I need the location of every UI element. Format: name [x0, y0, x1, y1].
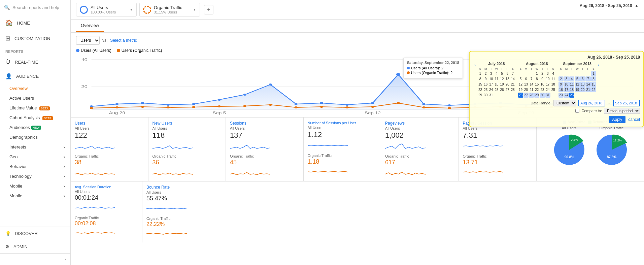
svg-point-18	[396, 73, 400, 76]
gear-icon: ⚙	[5, 244, 9, 249]
organic-traffic-pie-chart: 87.8% 12.2%	[593, 131, 630, 168]
svg-point-7	[115, 103, 118, 105]
sidebar-item-behavior[interactable]: Technology ›	[0, 171, 70, 181]
sessions-all-label: All Users	[230, 126, 299, 130]
cal-prev-button[interactable]: ‹	[473, 62, 477, 68]
date-from-input[interactable]	[578, 100, 605, 106]
new-users-all-value: 118	[152, 131, 222, 140]
plus-icon: +	[207, 7, 210, 13]
compare-period-select[interactable]: Previous period	[604, 108, 640, 114]
date-to-input[interactable]	[613, 100, 640, 106]
pageviews-label[interactable]: Pageviews	[385, 121, 454, 126]
sidebar-item-user-explorer[interactable]: Demographics	[0, 132, 70, 142]
avg-session-label[interactable]: Avg. Session Duration	[75, 185, 138, 189]
cal-next-button[interactable]: ›	[597, 62, 601, 68]
chevron-right-icon: ›	[64, 144, 65, 150]
sessions-label[interactable]: Sessions	[230, 121, 299, 126]
new-users-all-sparkline	[152, 141, 193, 151]
cancel-link[interactable]: cancel	[628, 117, 640, 122]
stat-empty	[214, 181, 644, 242]
chart-tooltip: Saturday, September 22, 2018 Users (All …	[403, 58, 463, 78]
svg-point-12	[243, 94, 246, 96]
bounce-rate-label[interactable]: Bounce Rate	[146, 185, 210, 190]
sidebar-item-mobile[interactable]: Mobile ›	[0, 191, 70, 201]
users-label[interactable]: Users	[75, 121, 144, 126]
select-metric-link[interactable]: Select a metric	[110, 38, 137, 43]
date-range-type-select[interactable]: Custom	[553, 100, 576, 106]
pv-all-value: 1,002	[385, 131, 454, 140]
sessions-all-sparkline	[230, 141, 270, 151]
sidebar-item-admin[interactable]: ⚙ ADMIN	[0, 240, 70, 253]
pv-all-sparkline	[385, 141, 426, 151]
discover-label: DISCOVER	[15, 231, 38, 236]
sessions-all-value: 137	[230, 131, 299, 140]
sidebar-item-audience[interactable]: 👤 AUDIENCE	[0, 69, 70, 84]
search-icon: 🔍	[4, 5, 10, 10]
stat-pageviews: Pageviews All Users 1,002 Organic Traffi…	[381, 118, 459, 181]
sidebar-item-lifetime-value[interactable]: Lifetime Value BETA	[0, 103, 70, 113]
organic-traffic-name: Organic Traffic	[154, 5, 182, 10]
add-segment-button[interactable]: +	[204, 5, 213, 14]
sidebar-item-label: HOME	[17, 21, 30, 26]
tabs-bar: Overview	[71, 20, 644, 33]
sidebar-item-geo[interactable]: Behavior ›	[0, 162, 70, 171]
compare-checkbox[interactable]	[575, 109, 579, 113]
sidebar-item-discover[interactable]: 💡 DISCOVER	[0, 227, 70, 240]
spu-all-label: All Users	[308, 126, 377, 130]
users-organic-label: Organic Traffic	[75, 154, 144, 158]
tooltip-row-1: Users (All Users): 2	[407, 66, 459, 70]
date-range-type-label: Date Range:	[531, 101, 551, 105]
organic-traffic-segment[interactable]: Organic Traffic 31.15% Users ▼	[139, 3, 200, 16]
spu-organic-sparkline	[308, 167, 348, 176]
sessions-per-user-label[interactable]: Number of Sessions per User	[308, 121, 377, 125]
sidebar-item-technology[interactable]: Mobile ›	[0, 181, 70, 191]
sidebar-item-cohort-analysis[interactable]: Cohort Analysis BETA	[0, 113, 70, 123]
july-dow: SMTWTFS	[478, 67, 515, 70]
avg-organic-value: 00:02:08	[75, 221, 138, 227]
sidebar-item-home[interactable]: 🏠 HOME	[0, 15, 70, 31]
bounce-all-label: All Users	[146, 190, 210, 194]
new-users-label[interactable]: New Users	[152, 121, 222, 126]
chevron-up-icon: ▲	[635, 3, 639, 8]
apply-button[interactable]: Apply	[609, 116, 625, 123]
stats-bottom-grid: Avg. Session Duration All Users 00:01:24…	[71, 181, 644, 242]
chart-area: 40 20	[71, 54, 644, 116]
avg-all-label: All Users	[75, 190, 138, 194]
new-users-organic-sparkline	[152, 167, 193, 177]
tooltip-label-1: Users (All Users):	[411, 66, 440, 70]
new-badge: NEW	[31, 126, 41, 130]
sidebar-item-overview[interactable]: Overview	[0, 84, 70, 93]
svg-point-8	[141, 102, 144, 104]
august-dow: SMTWTFS	[518, 67, 556, 70]
spu-all-sparkline	[308, 140, 348, 151]
date-range-display[interactable]: Aug 26, 2018 - Sep 25, 2018 ▲	[580, 3, 639, 8]
legend-dot-blue	[76, 49, 79, 52]
svg-point-31	[167, 106, 170, 108]
sidebar: 🔍 Search reports and help 🏠 HOME ⊞ CUSTO…	[0, 0, 71, 265]
sidebar-item-customization[interactable]: ⊞ CUSTOMIZATION	[0, 31, 70, 46]
calendar-august: August 2018 SMTWTFS 1234 567891011 12131…	[518, 62, 556, 98]
ps-organic-value: 13.71	[463, 159, 532, 166]
organic-traffic-circle	[143, 6, 151, 14]
chevron-right-icon: ›	[64, 154, 65, 159]
sidebar-item-realtime[interactable]: ⏱ REAL-TIME	[0, 55, 70, 69]
all-users-segment[interactable]: All Users 100.00% Users ▼	[76, 3, 137, 16]
sidebar-collapse-button[interactable]: ‹	[0, 253, 70, 265]
svg-point-38	[346, 106, 349, 108]
search-bar[interactable]: 🔍 Search reports and help	[0, 0, 70, 15]
chevron-right-icon: ›	[64, 164, 65, 169]
sidebar-item-audiences[interactable]: Audiences NEW	[0, 123, 70, 132]
svg-text:20: 20	[81, 85, 88, 89]
tooltip-label-2: Users (Organic Traffic):	[411, 71, 449, 75]
sidebar-item-demographics[interactable]: Interests ›	[0, 142, 70, 152]
tooltip-value-2: 2	[450, 71, 452, 75]
stat-avg-session: Avg. Session Duration All Users 00:01:24…	[71, 181, 142, 242]
organic-traffic-sub: 31.15% Users	[154, 10, 182, 14]
sidebar-item-interests[interactable]: Geo ›	[0, 152, 70, 162]
tab-overview[interactable]: Overview	[76, 20, 104, 32]
segments-bar: All Users 100.00% Users ▼ Organic Traffi…	[71, 0, 644, 20]
avg-all-value: 00:01:24	[75, 194, 138, 201]
metric-select[interactable]: Users	[76, 36, 100, 45]
ps-all-sparkline	[463, 141, 503, 151]
sidebar-item-active-users[interactable]: Active Users	[0, 93, 70, 103]
